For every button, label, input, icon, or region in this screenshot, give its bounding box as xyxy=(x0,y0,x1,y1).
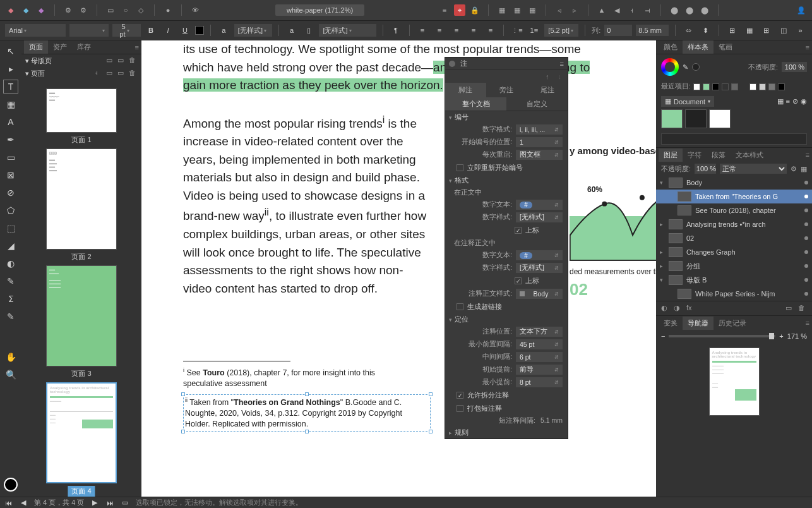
tab-history[interactable]: 历史记录 xyxy=(713,317,751,330)
secondary-color[interactable] xyxy=(692,63,700,71)
font-family-dropdown[interactable]: Arial▾ xyxy=(5,24,66,37)
align-center-icon[interactable]: ≡ xyxy=(433,23,446,37)
superscript-body-checkbox[interactable] xyxy=(515,227,522,234)
ellipse-tool-icon[interactable]: ⊘ xyxy=(3,186,18,200)
num-style-body-dropdown[interactable]: [无样式]⇵ xyxy=(516,212,563,222)
leading-input[interactable]: [5.2 pt]▾ xyxy=(544,24,578,37)
text-color-swatch[interactable] xyxy=(195,26,203,35)
preview-mode-icon[interactable]: ▭ xyxy=(121,499,129,507)
next-note-icon[interactable]: ↓ xyxy=(558,73,562,80)
panel-menu-icon[interactable]: ≡ xyxy=(806,44,809,51)
grid-icon[interactable]: ⊞ xyxy=(760,23,773,37)
arrange-icon[interactable]: ▦ xyxy=(527,4,538,16)
circle-tool-icon[interactable]: ○ xyxy=(120,4,131,16)
eyedropper-icon[interactable]: ✎ xyxy=(683,63,688,71)
baseline-grid-icon[interactable]: ≡ xyxy=(439,4,450,16)
tab-sidenote[interactable]: 旁注 xyxy=(486,83,527,97)
align-right-icon[interactable]: ⫤ xyxy=(642,4,653,16)
underline-button[interactable]: U xyxy=(178,23,191,37)
tab-character[interactable]: 字符 xyxy=(683,148,707,162)
color-indicator[interactable] xyxy=(4,478,18,492)
hide-overflow-icon[interactable]: ⊞ xyxy=(725,23,739,37)
restart-dropdown[interactable]: 图文框⇵ xyxy=(516,150,563,160)
bullet-list-icon[interactable]: ⋮≡ xyxy=(510,23,523,37)
font-size-input[interactable]: 5 pt▾ xyxy=(112,24,141,37)
last-page-icon[interactable]: ⏭ xyxy=(105,499,114,507)
num-text-note-input[interactable]: #⇵ xyxy=(516,250,563,260)
num-format-dropdown[interactable]: i, ii, iii, ...⇵ xyxy=(516,124,563,135)
tab-navigator[interactable]: 导航器 xyxy=(683,317,713,330)
align-right-icon[interactable]: ≡ xyxy=(450,23,463,37)
layer-lock-icon[interactable]: ▦ xyxy=(801,165,807,173)
restart-now-checkbox[interactable] xyxy=(457,164,463,171)
layer-row[interactable]: ▸分组 xyxy=(656,259,812,273)
allow-split-checkbox[interactable] xyxy=(457,392,463,399)
tab-layers[interactable]: 图层 xyxy=(659,148,683,162)
swatch-list-icon[interactable]: ≡ xyxy=(786,97,790,106)
node-tool-icon[interactable]: ▸ xyxy=(3,62,18,76)
layer-row[interactable]: ▸Analysing trends •*in arch xyxy=(656,217,812,231)
tab-footnote[interactable]: 脚注 xyxy=(445,83,486,97)
swatch-palette-dropdown[interactable]: ▦ Document ▾ xyxy=(661,96,714,107)
layer-row[interactable]: See Touro (2018), chapter xyxy=(656,203,812,217)
color-wheel[interactable] xyxy=(661,58,679,76)
layer-row[interactable]: 02 xyxy=(656,231,812,245)
move-front-icon[interactable]: ▹ xyxy=(569,4,580,16)
prev-note-icon[interactable]: ↑ xyxy=(546,73,549,80)
swatch-reg-icon[interactable]: ◉ xyxy=(801,97,807,106)
recent-swatch[interactable] xyxy=(722,83,729,90)
text-frame-tool-icon[interactable]: T xyxy=(3,80,18,94)
account-icon[interactable]: 👤 xyxy=(796,4,807,16)
tab-transform[interactable]: 变换 xyxy=(659,317,683,330)
designer-persona-icon[interactable]: ◆ xyxy=(20,4,32,16)
flip-v-icon[interactable]: ◀ xyxy=(611,4,623,16)
panel-menu-icon[interactable]: ≡ xyxy=(806,151,809,159)
superscript-note-checkbox[interactable] xyxy=(515,277,522,284)
delete-page-icon[interactable]: 🗑 xyxy=(129,69,138,78)
swatch[interactable] xyxy=(661,109,683,128)
layer-row[interactable]: ▾母版 B xyxy=(656,273,812,287)
table-tool-icon[interactable]: ▦ xyxy=(3,97,18,111)
footnote-2-selected[interactable]: ii Taken from "Theories on Grand Nothing… xyxy=(183,394,431,432)
italic-button[interactable]: I xyxy=(161,23,174,37)
tab-stroke[interactable]: 笔画 xyxy=(713,40,737,54)
transparency-tool-icon[interactable]: ◐ xyxy=(3,257,18,270)
note-body-style-dropdown[interactable]: Body⇵ xyxy=(516,289,563,299)
layer-row[interactable]: Taken from "Theories on G xyxy=(656,190,812,203)
delete-master-icon[interactable]: 🗑 xyxy=(129,56,138,65)
tab-text-styles[interactable]: 文本样式 xyxy=(731,148,768,162)
photo-persona-icon[interactable]: ◆ xyxy=(35,4,47,16)
wrap-short-checkbox[interactable] xyxy=(457,405,463,412)
layer-fx-icon[interactable]: fx xyxy=(686,304,695,313)
preview-icon[interactable]: 👁 xyxy=(189,4,201,16)
paragraph-style-dropdown[interactable]: [无样式]▾ xyxy=(234,24,272,37)
zoom-out-icon[interactable]: − xyxy=(661,332,665,340)
tab-swatches[interactable]: 样本条 xyxy=(683,40,713,54)
number-list-icon[interactable]: 1≡ xyxy=(527,23,540,37)
style-picker-tool-icon[interactable]: ✎ xyxy=(3,310,18,324)
align-left-icon[interactable]: ≡ xyxy=(416,23,429,37)
bold-button[interactable]: B xyxy=(145,23,158,37)
next-page-icon[interactable]: ▶ xyxy=(90,499,99,507)
canvas[interactable]: its use of technology. We spotlight some… xyxy=(141,40,656,497)
align-justify-icon[interactable]: ≡ xyxy=(467,23,480,37)
preflight-icon[interactable]: ● xyxy=(162,4,174,16)
recent-swatch[interactable] xyxy=(693,83,700,90)
columns-input[interactable] xyxy=(604,25,632,36)
recent-swatch[interactable] xyxy=(712,83,719,90)
start-pos-input[interactable]: 1⇵ xyxy=(516,137,563,147)
swatch[interactable] xyxy=(709,109,731,128)
vector-crop-tool-icon[interactable]: ⬚ xyxy=(3,221,18,235)
gen-hyperlink-checkbox[interactable] xyxy=(457,303,463,310)
page-thumb-3[interactable]: ━━━━━━━━━━━━━━━━━━━━━━━━━━ xyxy=(46,265,117,366)
tab-assets[interactable]: 资产 xyxy=(48,40,72,54)
num-text-body-input[interactable]: #⇵ xyxy=(516,200,563,210)
spread-setup-icon[interactable]: ⫞ xyxy=(95,69,104,78)
close-icon[interactable] xyxy=(449,61,455,67)
eyedropper-tool-icon[interactable]: ⵉ xyxy=(3,292,18,306)
recent-swatch[interactable] xyxy=(731,83,738,90)
duplicate-page-icon[interactable]: ▭ xyxy=(117,69,126,78)
zoom-slider[interactable] xyxy=(669,335,775,337)
layer-row[interactable]: White Paper Series - Nijm xyxy=(656,287,812,301)
view-hand-tool-icon[interactable]: ✋ xyxy=(3,350,18,364)
